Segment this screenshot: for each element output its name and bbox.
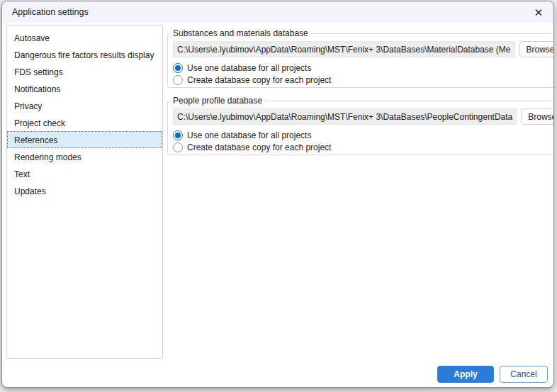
sidebar-item-dangerous-fire-factors[interactable]: Dangerous fire factors results display	[7, 46, 162, 63]
cancel-button[interactable]: Cancel	[500, 366, 548, 383]
radio-unselected-icon	[173, 75, 183, 85]
substances-database-group-label: Substances and materials database	[170, 28, 311, 38]
sidebar-item-rendering-modes[interactable]: Rendering modes	[7, 148, 162, 165]
people-radio-one-database[interactable]: Use one database for all projects	[173, 129, 554, 141]
substances-database-path-field[interactable]: C:\Users\e.lyubimov\AppData\Roaming\MST\…	[173, 41, 515, 57]
window-title: Application settings	[12, 1, 89, 23]
substances-database-browse-button[interactable]: Browse...	[519, 41, 554, 57]
substances-radio-one-database[interactable]: Use one database for all projects	[173, 62, 554, 74]
radio-selected-icon	[173, 63, 183, 73]
people-database-group: People profile database C:\Users\e.lyubi…	[167, 96, 554, 155]
people-database-group-label: People profile database	[170, 96, 265, 106]
settings-category-list: Autosave Dangerous fire factors results …	[6, 25, 163, 359]
sidebar-item-autosave[interactable]: Autosave	[7, 29, 162, 46]
dialog-footer: Apply Cancel	[437, 366, 548, 383]
close-icon[interactable]: ✕	[531, 5, 546, 21]
people-database-path-field[interactable]: C:\Users\e.lyubimov\AppData\Roaming\MST\…	[173, 108, 517, 125]
sidebar-item-notifications[interactable]: Notifications	[7, 80, 162, 97]
radio-unselected-icon	[173, 142, 183, 152]
title-bar: Application settings ✕	[2, 1, 553, 23]
sidebar-item-privacy[interactable]: Privacy	[7, 97, 162, 114]
people-database-browse-button[interactable]: Browse...	[521, 108, 554, 125]
sidebar-item-fds-settings[interactable]: FDS settings	[7, 63, 162, 80]
apply-button[interactable]: Apply	[437, 366, 494, 383]
sidebar-item-project-check[interactable]: Project check	[7, 114, 162, 131]
people-radio-copy-per-project[interactable]: Create database copy for each project	[173, 141, 554, 153]
radio-selected-icon	[173, 130, 183, 140]
sidebar-item-updates[interactable]: Updates	[7, 182, 162, 199]
substances-radio-copy-per-project[interactable]: Create database copy for each project	[173, 74, 554, 86]
application-settings-dialog: Application settings ✕ Autosave Dangerou…	[1, 1, 554, 388]
sidebar-item-references[interactable]: References	[7, 131, 162, 148]
substances-database-group: Substances and materials database C:\Use…	[167, 28, 554, 88]
sidebar-item-text[interactable]: Text	[7, 165, 162, 182]
